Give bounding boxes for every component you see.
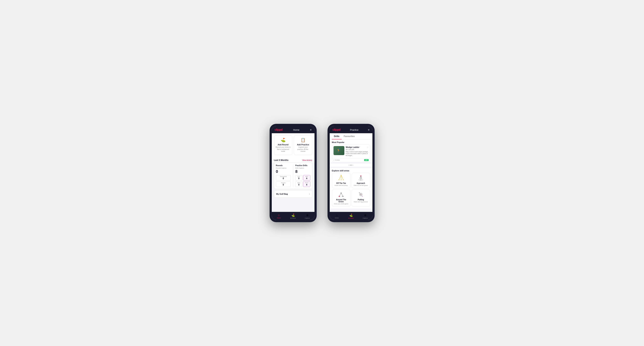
ott-value: 0 <box>296 177 302 180</box>
app-box: APP 4 <box>303 175 310 180</box>
practice-scroll: Most Popular 🏌️ Wedge Ladder ☆ 50–100 yd… <box>330 139 372 212</box>
around-green-name: Around The Green <box>334 199 349 203</box>
home-nav-label: Home <box>277 217 281 219</box>
add-round-desc: Record your shots in fast or enhanced mo… <box>276 146 291 153</box>
wedge-ladder-card[interactable]: 🏌️ Wedge Ladder ☆ 50–100 yds Play 1 shot… <box>332 145 370 162</box>
off-the-tee-icon <box>338 175 345 181</box>
add-round-title: Add Round <box>278 144 288 146</box>
ott-box: OTT 0 <box>295 175 302 180</box>
view-activity-link[interactable]: View Activity <box>302 159 312 161</box>
drill-star-icon[interactable]: ☆ <box>367 146 368 149</box>
nav-capture-p2[interactable]: ⊕ Capture <box>358 212 372 220</box>
most-popular-title: Most Popular <box>330 139 372 145</box>
activities-nav-icon: ⛳ <box>291 213 295 217</box>
drills-title: Practice Drills <box>295 165 310 167</box>
phone-practice: clippd Practice ≡ Drills Favourites Most… <box>328 124 374 222</box>
add-practice-desc: Capture your practice off-the-course <box>296 146 311 153</box>
drill-info: Wedge Ladder ☆ 50–100 yds Play 1 shot at… <box>346 146 368 157</box>
drill-description: Play 1 shot at each target yardage. If y… <box>346 151 368 157</box>
svg-point-5 <box>343 179 344 180</box>
most-popular-section: Most Popular 🏌️ Wedge Ladder ☆ 50–100 yd… <box>330 139 372 162</box>
approach-name: Approach <box>357 182 365 184</box>
tournament-box: Tournament 0 <box>276 175 291 180</box>
putting-icon-area <box>357 191 365 198</box>
add-practice-title: Add Practice <box>297 144 309 146</box>
drill-thumbnail: 🏌️ <box>334 146 344 155</box>
home-nav-icon: ⌂ <box>278 213 280 217</box>
drills-capture-label: Drills Capture <box>295 167 310 169</box>
tournament-value: 0 <box>276 177 290 180</box>
explore-title: Explore skill areas <box>332 168 370 173</box>
drill-yardage: 50–100 yds <box>346 149 368 150</box>
tab-favourites[interactable]: Favourites <box>342 133 357 139</box>
add-round-icon: ⛳ <box>281 138 286 143</box>
putt-box: PUTT 4 <box>303 181 310 187</box>
svg-line-1 <box>341 175 343 180</box>
quick-actions: ⛳ Add Round Record your shots in fast or… <box>272 133 314 157</box>
nav-activities[interactable]: ⛳ Activities <box>286 212 300 220</box>
phone-home: clippd Home ≡ ⛳ Add Round Record your sh… <box>270 124 317 222</box>
rounds-capture-label: Rounds Capture <box>276 167 291 169</box>
home-scroll: ⛳ Add Round Record your shots in fast or… <box>272 133 314 212</box>
putting-icon <box>357 191 364 198</box>
add-round-card[interactable]: ⛳ Add Round Record your shots in fast or… <box>274 135 292 155</box>
home-header: clippd Home ≡ <box>272 126 314 133</box>
arg-box: ARG 0 <box>295 181 302 187</box>
bottom-nav-practice: ⌂ Home ⛳ Activities ⊕ Capture <box>330 212 372 220</box>
practice-header: clippd Practice ≡ <box>330 126 372 133</box>
dot-1 <box>349 165 350 166</box>
capture-nav-icon: ⊕ <box>306 213 308 217</box>
practice-logo: clippd <box>332 128 340 131</box>
practice-menu-icon[interactable]: ≡ <box>368 128 369 131</box>
add-practice-card[interactable]: 📋 Add Practice Capture your practice off… <box>294 135 312 155</box>
skill-off-the-tee[interactable]: Off The Tee Power and accuracy <box>332 173 350 188</box>
svg-line-17 <box>339 193 341 196</box>
golf-bag-row[interactable]: My Golf Bag › <box>274 190 312 197</box>
skill-approach[interactable]: Approach Dial-in to hit the green <box>352 173 370 188</box>
app-label: APP <box>304 176 310 177</box>
activities-nav-label: Activities <box>290 217 296 219</box>
approach-icon <box>357 175 364 181</box>
chevron-right-icon: › <box>309 193 310 195</box>
skill-around-green[interactable]: Around The Green Hone your short game <box>332 189 350 207</box>
stats-box: Rounds Rounds Capture 0 Tournament 0 Pra… <box>274 163 312 189</box>
approach-icon-area <box>357 175 365 181</box>
tab-drills[interactable]: Drills <box>332 133 342 139</box>
home-nav-label-p2: Home <box>335 217 338 219</box>
nav-home-p2[interactable]: ⌂ Home <box>330 212 344 220</box>
off-the-tee-name: Off The Tee <box>336 182 346 184</box>
putt-label: PUTT <box>304 182 310 183</box>
menu-icon[interactable]: ≡ <box>310 128 312 131</box>
practice-sub: Practice 0 <box>276 181 291 187</box>
drills-sub-row2: ARG 0 PUTT 4 <box>295 181 310 187</box>
nav-home[interactable]: ⌂ Home <box>272 212 286 220</box>
rounds-col: Rounds Rounds Capture 0 Tournament 0 Pra… <box>276 165 291 187</box>
skill-putting[interactable]: Putting Make and lag practice <box>352 189 370 207</box>
putting-desc: Make and lag practice <box>354 201 368 203</box>
nav-capture[interactable]: ⊕ Capture <box>300 212 314 220</box>
drills-value: 8 <box>295 169 310 174</box>
drill-footer: ○ 9 shots APP <box>332 158 370 162</box>
nav-activities-p2[interactable]: ⛳ Activities <box>344 212 358 220</box>
arg-value: 0 <box>296 183 302 186</box>
around-green-icon-area <box>337 191 345 198</box>
activity-section-header: Last 3 Months View Activity <box>272 157 314 163</box>
svg-line-25 <box>360 193 362 196</box>
arg-label: ARG <box>296 182 302 183</box>
approach-desc: Dial-in to hit the green <box>354 184 368 186</box>
explore-section: Explore skill areas <box>330 168 372 208</box>
rounds-sub: Tournament 0 <box>276 175 291 180</box>
around-green-desc: Hone your short game <box>334 203 348 205</box>
svg-point-6 <box>341 179 342 180</box>
carousel-dots <box>330 164 372 167</box>
practice-value: 0 <box>276 183 290 186</box>
dot-3 <box>352 165 353 166</box>
practice-tabs: Drills Favourites <box>330 133 372 139</box>
svg-point-12 <box>360 175 362 176</box>
svg-point-4 <box>338 179 339 180</box>
app-badge: APP <box>364 159 368 161</box>
off-the-tee-desc: Power and accuracy <box>334 184 348 186</box>
golf-bag-label: My Golf Bag <box>276 193 288 195</box>
bottom-nav-home: ⌂ Home ⛳ Activities ⊕ Capture <box>272 212 314 220</box>
drills-col: Practice Drills Drills Capture 8 OTT 0 A… <box>295 165 310 187</box>
